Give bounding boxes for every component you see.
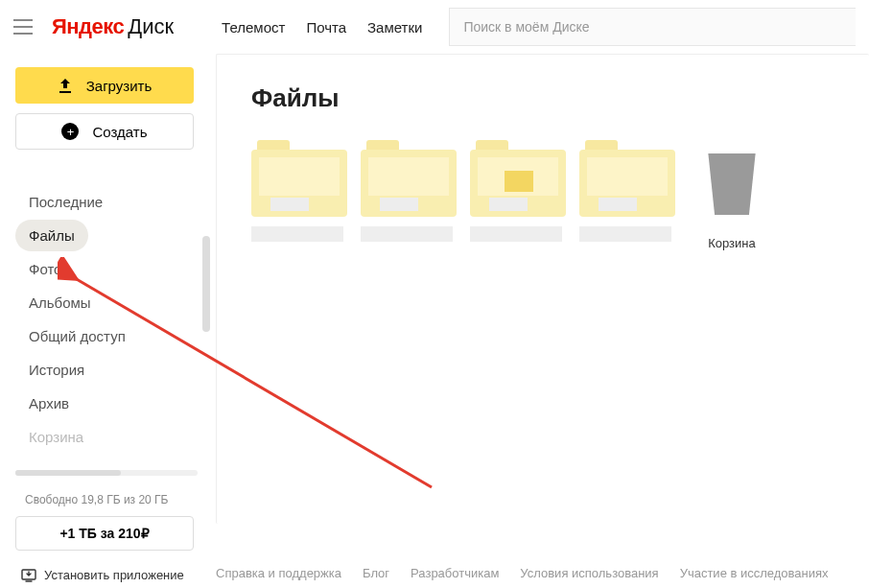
sidebar: Загрузить + Создать Последние Файлы Фото… — [0, 54, 216, 588]
upload-button[interactable]: Загрузить — [15, 67, 194, 104]
folder-label — [470, 226, 562, 242]
footer-help[interactable]: Справка и поддержка — [216, 566, 341, 580]
trash-label: Корзина — [689, 236, 775, 250]
install-app-label: Установить приложение — [44, 568, 184, 582]
topnav-notes[interactable]: Заметки — [367, 19, 422, 35]
footer-research[interactable]: Участие в исследованиях — [680, 566, 829, 580]
logo-product: Диск — [128, 14, 174, 39]
folder-label — [251, 226, 343, 242]
footer-terms[interactable]: Условия использования — [520, 566, 658, 580]
footer: Справка и поддержка Блог Разработчикам У… — [216, 556, 869, 588]
create-button-label: Создать — [92, 124, 147, 140]
nav-trash[interactable]: Корзина — [15, 421, 97, 453]
nav-history[interactable]: История — [15, 354, 98, 386]
folder-label — [361, 226, 453, 242]
nav-hscroll[interactable] — [15, 470, 198, 476]
search-input[interactable] — [449, 8, 856, 46]
nav-albums[interactable]: Альбомы — [15, 287, 105, 318]
folder-icon — [579, 140, 675, 219]
folder-icon — [251, 140, 347, 219]
files-row: Корзина — [251, 140, 834, 250]
upload-button-label: Загрузить — [86, 78, 153, 94]
topnav-telemost[interactable]: Телемост — [222, 19, 285, 35]
nav-vscroll[interactable] — [202, 236, 210, 495]
folder-label — [579, 226, 671, 242]
folder-item[interactable] — [361, 140, 453, 250]
folder-item[interactable] — [470, 140, 562, 250]
logo-brand: Яндекс — [52, 14, 124, 39]
nav-list: Последние Файлы Фото Альбомы Общий досту… — [15, 186, 204, 464]
folder-icon — [361, 140, 457, 219]
nav-shared[interactable]: Общий доступ — [15, 320, 139, 352]
install-icon — [21, 569, 36, 582]
trash-item[interactable]: Корзина — [689, 140, 775, 250]
upgrade-button[interactable]: +1 ТБ за 210₽ — [15, 516, 194, 551]
storage-text: Свободно 19,8 ГБ из 20 ГБ — [25, 493, 204, 506]
folder-item[interactable] — [251, 140, 343, 250]
main-area: Файлы — [216, 54, 869, 588]
plus-icon: + — [61, 123, 79, 140]
logo[interactable]: Яндекс Диск — [52, 14, 174, 39]
footer-dev[interactable]: Разработчикам — [411, 566, 499, 580]
create-button[interactable]: + Создать — [15, 113, 194, 150]
footer-blog[interactable]: Блог — [363, 566, 389, 580]
trash-icon — [701, 153, 763, 228]
nav-photo[interactable]: Фото — [15, 253, 75, 285]
top-nav: Телемост Почта Заметки — [222, 19, 422, 35]
upload-icon — [58, 78, 73, 93]
upgrade-button-label: +1 ТБ за 210₽ — [59, 526, 149, 541]
topnav-mail[interactable]: Почта — [306, 19, 346, 35]
folder-item[interactable] — [579, 140, 671, 250]
install-app-link[interactable]: Установить приложение — [21, 568, 204, 582]
menu-button[interactable] — [13, 14, 38, 39]
page-title: Файлы — [251, 83, 834, 113]
nav-files[interactable]: Файлы — [15, 220, 88, 251]
nav-recent[interactable]: Последние — [15, 186, 116, 218]
nav-archive[interactable]: Архив — [15, 388, 82, 419]
folder-icon — [470, 140, 566, 219]
